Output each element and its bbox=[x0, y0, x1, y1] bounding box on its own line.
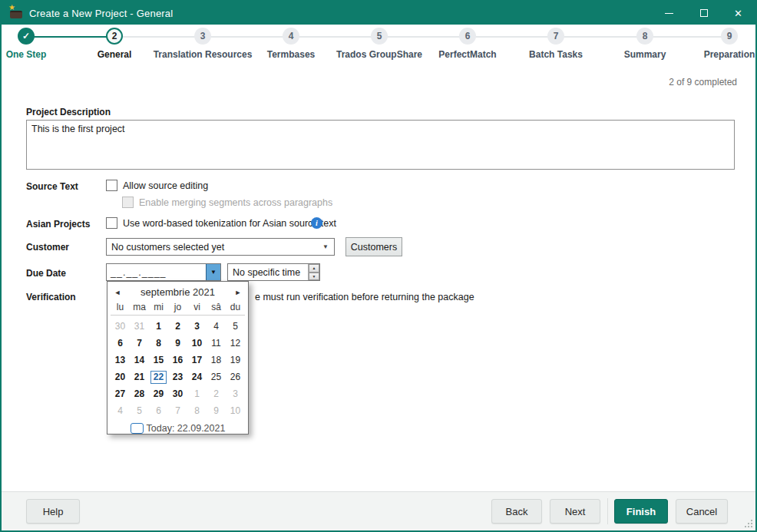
calendar-day[interactable]: 29 bbox=[149, 385, 168, 402]
calendar-day[interactable]: 19 bbox=[226, 352, 245, 368]
step-preparation[interactable]: 9Preparation bbox=[672, 25, 757, 60]
calendar-day[interactable]: 13 bbox=[111, 352, 130, 368]
step-number: 3 bbox=[194, 28, 211, 45]
calendar-day[interactable]: 5 bbox=[226, 318, 245, 335]
calendar-day[interactable]: 10 bbox=[187, 335, 207, 352]
progress-text: 2 of 9 completed bbox=[669, 77, 737, 88]
customer-label: Customer bbox=[26, 242, 69, 253]
close-button[interactable]: ✕ bbox=[721, 2, 755, 25]
calendar-month-label[interactable]: septembrie 2021 bbox=[127, 286, 228, 298]
calendar-day[interactable]: 12 bbox=[226, 335, 245, 352]
calendar-day[interactable]: 5 bbox=[130, 402, 149, 419]
calendar-day[interactable]: 25 bbox=[207, 368, 226, 385]
calendar-day-selected[interactable]: 22 bbox=[149, 368, 168, 385]
calendar-today-row: Today: 22.09.2021 bbox=[107, 423, 248, 434]
calendar-day[interactable]: 3 bbox=[226, 385, 245, 402]
day-name: sâ bbox=[207, 302, 226, 315]
day-name: jo bbox=[168, 302, 187, 315]
calendar-day-names: lumamijovisâdu bbox=[111, 302, 245, 316]
due-date-label: Due Date bbox=[26, 268, 66, 279]
day-name: mi bbox=[149, 302, 168, 315]
time-spinner: ▲ ▼ bbox=[308, 264, 319, 280]
calendar-day[interactable]: 8 bbox=[149, 335, 168, 352]
calendar-day[interactable]: 14 bbox=[130, 352, 149, 368]
day-name: lu bbox=[111, 302, 130, 315]
enable-merging-label: Enable merging segments across paragraph… bbox=[139, 197, 332, 208]
customer-dropdown[interactable]: No customers selected yet ▼ bbox=[106, 238, 335, 256]
calendar-day[interactable]: 6 bbox=[149, 402, 168, 419]
calendar-day[interactable]: 3 bbox=[187, 318, 207, 335]
calendar-day[interactable]: 2 bbox=[168, 318, 187, 335]
allow-source-editing-checkbox[interactable] bbox=[106, 180, 117, 191]
project-description-input[interactable]: This is the first project bbox=[26, 120, 735, 170]
calendar-day[interactable]: 16 bbox=[168, 352, 187, 368]
calendar-day[interactable]: 1 bbox=[149, 318, 168, 335]
calendar-day[interactable]: 7 bbox=[168, 402, 187, 419]
calendar-day[interactable]: 4 bbox=[111, 402, 130, 419]
calendar-week-row: 20212223242526 bbox=[111, 368, 245, 385]
info-icon[interactable]: i bbox=[311, 217, 322, 229]
customers-button[interactable]: Customers bbox=[345, 237, 402, 256]
calendar-day[interactable]: 20 bbox=[111, 368, 130, 385]
calendar-day[interactable]: 18 bbox=[207, 352, 226, 368]
calendar-day[interactable]: 2 bbox=[207, 385, 226, 402]
calendar-day[interactable]: 4 bbox=[207, 318, 226, 335]
window-title: Create a New Project - General bbox=[29, 8, 173, 19]
calendar-day[interactable]: 21 bbox=[130, 368, 149, 385]
word-tokenization-label: Use word-based tokenization for Asian so… bbox=[123, 218, 336, 229]
maximize-button[interactable] bbox=[686, 2, 721, 25]
calendar-day[interactable]: 31 bbox=[130, 318, 149, 335]
due-time-value: No specific time bbox=[228, 264, 308, 280]
next-button[interactable]: Next bbox=[550, 499, 600, 524]
asian-projects-label: Asian Projects bbox=[26, 219, 90, 230]
due-date-dropdown-button[interactable]: ▼ bbox=[206, 264, 220, 280]
calendar-day[interactable]: 28 bbox=[130, 385, 149, 402]
check-icon: ✓ bbox=[18, 28, 35, 45]
calendar-day[interactable]: 11 bbox=[207, 335, 226, 352]
app-icon: ★ bbox=[9, 8, 23, 19]
step-number: 6 bbox=[459, 28, 476, 45]
due-time-input[interactable]: No specific time ▲ ▼ bbox=[227, 263, 320, 281]
calendar-day[interactable]: 15 bbox=[149, 352, 168, 368]
word-tokenization-checkbox[interactable] bbox=[106, 217, 117, 229]
verification-text: e must run verification before returning… bbox=[255, 292, 474, 302]
minimize-button[interactable] bbox=[652, 2, 686, 25]
calendar-day[interactable]: 17 bbox=[187, 352, 207, 368]
step-number: 9 bbox=[721, 28, 738, 45]
calendar-day[interactable]: 7 bbox=[130, 335, 149, 352]
calendar-day[interactable]: 27 bbox=[111, 385, 130, 402]
footer: Help Back Next Finish Cancel bbox=[2, 491, 755, 530]
calendar-day[interactable]: 1 bbox=[187, 385, 207, 402]
footer-divider bbox=[607, 498, 608, 524]
step-number: 2 bbox=[106, 28, 123, 45]
back-button[interactable]: Back bbox=[491, 499, 542, 524]
calendar-day[interactable]: 24 bbox=[187, 368, 207, 385]
due-date-input[interactable]: __.__.____ ▼ bbox=[106, 263, 221, 281]
calendar-day[interactable]: 30 bbox=[168, 385, 187, 402]
enable-merging-checkbox bbox=[122, 197, 134, 208]
calendar-day[interactable]: 30 bbox=[111, 318, 130, 335]
today-label[interactable]: Today: 22.09.2021 bbox=[147, 423, 226, 434]
calendar-prev-icon[interactable]: ◄ bbox=[107, 289, 127, 296]
cancel-button[interactable]: Cancel bbox=[676, 499, 728, 524]
step-label: Preparation bbox=[672, 49, 757, 60]
spinner-down-button[interactable]: ▼ bbox=[309, 273, 319, 281]
day-name: du bbox=[226, 302, 245, 315]
finish-button[interactable]: Finish bbox=[614, 499, 668, 524]
allow-source-editing-label: Allow source editing bbox=[123, 180, 208, 191]
resize-grip[interactable] bbox=[744, 519, 753, 528]
calendar-day[interactable]: 26 bbox=[226, 368, 245, 385]
titlebar: ★ Create a New Project - General ✕ bbox=[2, 2, 755, 25]
calendar-day[interactable]: 23 bbox=[168, 368, 187, 385]
help-button[interactable]: Help bbox=[26, 499, 80, 524]
today-checkbox[interactable] bbox=[131, 423, 144, 434]
project-description-label: Project Description bbox=[26, 107, 111, 117]
calendar-popup: ◄ septembrie 2021 ► lumamijovisâdu 30311… bbox=[107, 281, 249, 435]
calendar-day[interactable]: 9 bbox=[207, 402, 226, 419]
calendar-day[interactable]: 6 bbox=[111, 335, 130, 352]
calendar-day[interactable]: 10 bbox=[226, 402, 245, 419]
spinner-up-button[interactable]: ▲ bbox=[309, 264, 319, 273]
calendar-next-icon[interactable]: ► bbox=[228, 289, 248, 296]
calendar-day[interactable]: 9 bbox=[168, 335, 187, 352]
calendar-day[interactable]: 8 bbox=[187, 402, 207, 419]
